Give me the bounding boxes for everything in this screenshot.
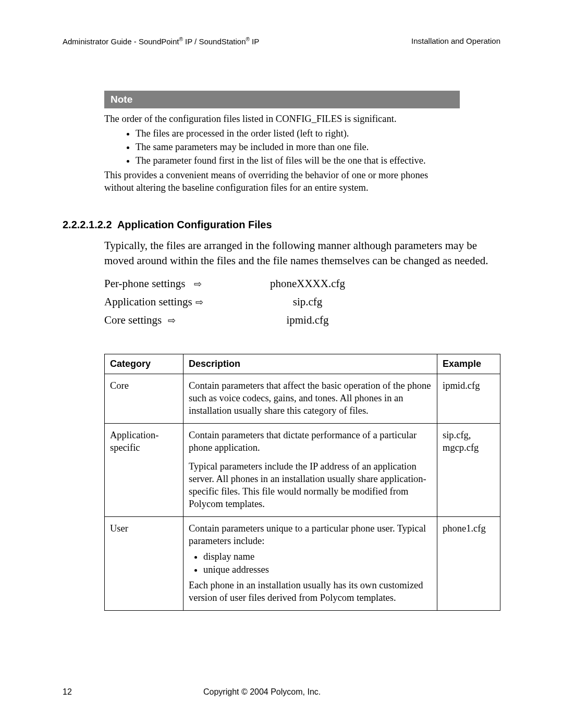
note-body: The order of the configuration files lis…: [104, 108, 460, 194]
note-bullet: The parameter found first in the list of…: [136, 154, 460, 167]
note-bullet: The same parameters may be included in m…: [136, 141, 460, 153]
table-row: User Contain parameters unique to a part…: [105, 517, 500, 610]
desc-paragraph: Each phone in an installation usually ha…: [189, 579, 432, 604]
note-title: Note: [104, 91, 460, 108]
document-page: Administrator Guide - SoundPoint® IP / S…: [0, 0, 563, 728]
settings-label-text: Core settings: [104, 314, 162, 326]
th-description: Description: [183, 354, 437, 374]
registered-mark: ®: [246, 36, 249, 42]
arrow-icon: ⇨: [195, 297, 203, 308]
section-heading: 2.2.2.1.2.2 Application Configuration Fi…: [63, 219, 500, 231]
cell-category: User: [105, 517, 183, 610]
note-outro: This provides a convenient means of over…: [104, 170, 428, 193]
settings-label-text: Per-phone settings: [104, 277, 185, 290]
desc-paragraph: Typical parameters include the IP addres…: [189, 460, 432, 510]
note-box: Note The order of the configuration file…: [104, 91, 460, 194]
header-right: Installation and Operation: [411, 36, 500, 46]
table-header-row: Category Description Example: [105, 354, 500, 374]
section-paragraph: Typically, the files are arranged in the…: [104, 238, 495, 268]
settings-list: Per-phone settings ⇨ phoneXXXX.cfg Appli…: [104, 277, 500, 327]
cell-description: Contain parameters that dictate performa…: [183, 424, 437, 517]
section-title: Application Configuration Files: [117, 219, 272, 230]
desc-bullet: display name: [203, 550, 432, 563]
config-table: Category Description Example Core Contai…: [104, 354, 500, 611]
settings-value: sip.cfg: [250, 295, 365, 309]
cell-description: Contain parameters that affect the basic…: [183, 374, 437, 423]
cell-example: phone1.cfg: [437, 517, 500, 610]
settings-label-text: Application settings: [104, 295, 192, 308]
cell-example: sip.cfg, mgcp.cfg: [437, 424, 500, 517]
settings-label: Per-phone settings ⇨: [104, 277, 250, 290]
settings-label: Application settings⇨: [104, 295, 250, 309]
settings-row: Per-phone settings ⇨ phoneXXXX.cfg: [104, 277, 500, 290]
desc-bullet: unique addresses: [203, 563, 432, 576]
table-row: Core Contain parameters that affect the …: [105, 374, 500, 423]
note-bullet: The files are processed in the order lis…: [136, 127, 460, 140]
header-left-text: Administrator Guide - SoundPoint: [63, 37, 179, 46]
page-header: Administrator Guide - SoundPoint® IP / S…: [63, 36, 500, 46]
header-left-text3: IP: [250, 37, 259, 46]
registered-mark: ®: [179, 36, 182, 42]
section-number: 2.2.2.1.2.2: [63, 219, 112, 230]
table-row: Application-specific Contain parameters …: [105, 424, 500, 517]
settings-row: Application settings⇨ sip.cfg: [104, 295, 500, 309]
th-category: Category: [105, 354, 183, 374]
cell-description: Contain parameters unique to a particula…: [183, 517, 437, 610]
page-number: 12: [63, 687, 167, 697]
settings-value: phoneXXXX.cfg: [250, 277, 365, 290]
cell-category: Core: [105, 374, 183, 423]
cell-category: Application-specific: [105, 424, 183, 517]
settings-row: Core settings ⇨ ipmid.cfg: [104, 314, 500, 327]
arrow-icon: ⇨: [168, 315, 176, 326]
desc-paragraph: Contain parameters that affect the basic…: [189, 379, 432, 417]
copyright-text: Copyright © 2004 Polycom, Inc.: [203, 687, 321, 697]
cell-example: ipmid.cfg: [437, 374, 500, 423]
page-footer: 12 Copyright © 2004 Polycom, Inc.: [63, 687, 500, 697]
note-intro: The order of the configuration files lis…: [104, 114, 397, 124]
settings-value: ipmid.cfg: [250, 314, 365, 327]
th-example: Example: [437, 354, 500, 374]
header-left-text2: IP / SoundStation: [183, 37, 246, 46]
arrow-icon: ⇨: [194, 278, 202, 290]
desc-paragraph: Contain parameters unique to a particula…: [189, 522, 432, 547]
desc-paragraph: Contain parameters that dictate performa…: [189, 429, 432, 454]
header-left: Administrator Guide - SoundPoint® IP / S…: [63, 36, 259, 46]
desc-bullet-list: display name unique addresses: [189, 550, 432, 575]
note-bullet-list: The files are processed in the order lis…: [104, 127, 460, 167]
settings-label: Core settings ⇨: [104, 314, 250, 327]
